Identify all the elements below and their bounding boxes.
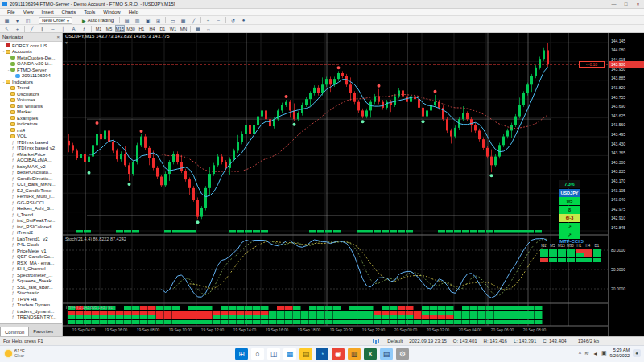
market-watch-toggle-icon[interactable]: ▤ bbox=[122, 17, 131, 24]
navigator-item-oscillators[interactable]: Oscillators bbox=[0, 91, 62, 97]
grid-toggle-icon[interactable]: ▦ bbox=[193, 25, 202, 32]
navigator-item-shi-channel[interactable]: ƒSHI_Channel bbox=[0, 266, 62, 273]
navigator-item-babymax-v2[interactable]: ƒbabyMAX_v2 bbox=[0, 163, 62, 170]
one-click-trading-toggle[interactable]: ▼ bbox=[64, 40, 68, 45]
taskbar-icon-metatrader[interactable]: ▥ bbox=[348, 348, 361, 360]
navigator-item--tdi-rsx-based[interactable]: ƒ!TDI rsx based bbox=[0, 139, 62, 146]
close-button[interactable]: × bbox=[632, 0, 644, 9]
taskbar-icon-settings[interactable]: ⚙ bbox=[396, 348, 409, 360]
navigator-item-forex-com-us[interactable]: FOREX.com US bbox=[0, 43, 62, 49]
clock-widget[interactable]: 5:29 AM 9/20/2022 bbox=[610, 348, 630, 359]
navigator-item-ind-dsipeaktro-[interactable]: ƒind_DsiPeakTro... bbox=[0, 218, 62, 224]
navigator-item-thv4-ha[interactable]: ƒTHV4 Ha bbox=[0, 296, 62, 302]
navigator-item--tdi-rsx-based-v2[interactable]: ƒ!TDI rsx based v2 bbox=[0, 146, 62, 152]
taskbar-icon-notepad[interactable]: ▤ bbox=[380, 348, 393, 360]
profiles-icon[interactable]: ◫ bbox=[23, 17, 32, 24]
navigator-item-itrend2[interactable]: ƒiTrend2 bbox=[0, 230, 62, 237]
strategy-tester-icon[interactable]: ⊞ bbox=[154, 17, 163, 24]
volume-icon[interactable]: ◄ bbox=[592, 351, 598, 356]
navigator-close-icon[interactable]: × bbox=[56, 35, 60, 39]
timeframe-m15[interactable]: M15 bbox=[115, 25, 126, 32]
menu-window[interactable]: Window bbox=[99, 9, 124, 16]
taskbar-icon-search[interactable]: ○ bbox=[251, 348, 264, 360]
navigator-item-market[interactable]: Market bbox=[0, 109, 62, 116]
timeframe-d1[interactable]: D1 bbox=[158, 25, 167, 32]
timeframe-w1[interactable]: W1 bbox=[168, 25, 178, 32]
taskbar-icon-edge[interactable]: ◔ bbox=[316, 348, 328, 360]
navigator-item-mt4[interactable]: mt4 bbox=[0, 127, 62, 134]
trendline-tool-icon[interactable]: ╱ bbox=[27, 25, 36, 32]
menu-insert[interactable]: Insert bbox=[38, 9, 58, 16]
text-tool-icon[interactable]: A bbox=[69, 25, 78, 32]
channel-tool-icon[interactable]: ∥ bbox=[38, 25, 47, 32]
menu-view[interactable]: View bbox=[19, 9, 38, 16]
timeframe-m30[interactable]: M30 bbox=[126, 25, 136, 32]
timeframe-m5[interactable]: M5 bbox=[105, 25, 114, 32]
navigator-item-candledirectio-[interactable]: ƒCandleDirectio... bbox=[0, 175, 62, 182]
navigator-item-pricemete-v1[interactable]: ƒPriceMete_v1 bbox=[0, 248, 62, 254]
navigator-item-oanda-v20-li-[interactable]: OANDA-v20 Li... bbox=[0, 61, 62, 68]
price-scale[interactable]: 144.145144.080144.015143.950143.885143.8… bbox=[608, 33, 644, 336]
navigator-toggle-icon[interactable]: ▥ bbox=[133, 17, 142, 24]
chart-shift-toggle-icon[interactable]: ↔ bbox=[204, 25, 213, 32]
chart-area[interactable]: USDJPY,M15 143.773 143.833 143.673 143.7… bbox=[63, 33, 608, 336]
tray-chevron-icon[interactable]: ^ bbox=[579, 351, 581, 356]
navigator-item-traders-dynami-[interactable]: ƒtraders_dynami... bbox=[0, 308, 62, 315]
chart-line-mode-icon[interactable]: ╱ bbox=[189, 17, 198, 24]
record-icon[interactable]: ● bbox=[239, 17, 248, 24]
navigator-item-cci-bars-mkn-[interactable]: ƒCCI_Bars_MKN... bbox=[0, 182, 62, 188]
navigator-item-volumes[interactable]: Volumes bbox=[0, 97, 62, 104]
navigator-item-p4l-clock[interactable]: ƒP4L Clock bbox=[0, 242, 62, 249]
navigator-item--marketprice[interactable]: ƒ#MarketPrice bbox=[0, 151, 62, 158]
notification-icon[interactable]: ● bbox=[633, 349, 641, 357]
network-icon[interactable]: ▣ bbox=[601, 350, 607, 356]
navigator-item-examples[interactable]: Examples bbox=[0, 115, 62, 121]
new-chart-icon[interactable]: ▦ bbox=[2, 17, 11, 24]
chart-list-dropdown-icon[interactable]: ▾ bbox=[13, 17, 22, 24]
navigator-item-20911136394[interactable]: 20911136394 bbox=[0, 73, 62, 80]
navigator-item-ind-rsicolored-[interactable]: ƒind_RSIColored... bbox=[0, 224, 62, 230]
navigator-tab-favorites[interactable]: Favorites bbox=[29, 327, 57, 336]
navigator-item-trendsentry-[interactable]: ƒTRENDSENTRY... bbox=[0, 315, 62, 321]
terminal-toggle-icon[interactable]: ▣ bbox=[143, 17, 152, 24]
timeframe-m1[interactable]: M1 bbox=[94, 25, 104, 32]
navigator-item-rsx-ma-ema-[interactable]: ƒRSX_MA - ema... bbox=[0, 260, 62, 266]
menu-tools[interactable]: Tools bbox=[80, 9, 99, 16]
zoom-in-icon[interactable]: + bbox=[204, 17, 213, 24]
timeframe-h1[interactable]: H1 bbox=[137, 25, 147, 32]
navigator-item-squeeze-break-[interactable]: ƒSqueeze_Break... bbox=[0, 278, 62, 285]
taskbar-icon-file-explorer[interactable]: ▤ bbox=[299, 348, 312, 360]
navigator-item-vol[interactable]: VOL bbox=[0, 134, 62, 140]
profile-name[interactable]: Default bbox=[387, 339, 402, 343]
taskbar-icon-excel[interactable]: X bbox=[364, 348, 377, 360]
navigator-item-bill-williams[interactable]: Bill Williams bbox=[0, 103, 62, 109]
navigator-item-metaquotes-de-[interactable]: MetaQuotes-De... bbox=[0, 55, 62, 61]
navigator-item-i-trend[interactable]: ƒi_Trend bbox=[0, 212, 62, 218]
taskbar-icon-task-view[interactable]: ◫ bbox=[267, 348, 280, 360]
menu-help[interactable]: Help bbox=[125, 9, 142, 16]
navigator-item-labtrend1-v2[interactable]: ƒLabTrend1_v2 bbox=[0, 236, 62, 242]
candlestick-chart[interactable] bbox=[63, 33, 608, 336]
cursor-tool-icon[interactable]: ↖ bbox=[2, 25, 11, 32]
navigator-item-qef-candleco-[interactable]: ƒQEF-CandleCo... bbox=[0, 254, 62, 261]
menu-charts[interactable]: Charts bbox=[58, 9, 80, 16]
navigator-item-gg-rsi-cci[interactable]: ƒGG-RSI-CCI bbox=[0, 200, 62, 206]
vertical-line-tool-icon[interactable]: │ bbox=[59, 25, 68, 32]
new-order-button[interactable]: New Order▾ bbox=[39, 17, 72, 24]
autotrading-toggle[interactable]: ▶AutoTrading bbox=[80, 17, 116, 24]
navigator-item-indicators[interactable]: indicators bbox=[0, 121, 62, 128]
navigator-item-heiken-ashi-s-[interactable]: ƒHeiken_Ashi_S... bbox=[0, 206, 62, 212]
navigator-item-ferrufx-multi-i-[interactable]: ƒFerruFx_Multi_i... bbox=[0, 194, 62, 200]
chart-bars-mode-icon[interactable]: ▭ bbox=[168, 17, 177, 24]
taskbar-weather-widget[interactable]: 61°F Clear bbox=[5, 348, 25, 358]
indicators-dropdown-icon[interactable]: ƒ bbox=[80, 25, 89, 32]
navigator-item-ssl-fast-sbar-[interactable]: ƒSSL_fast_sBar... bbox=[0, 284, 62, 290]
chart-candles-mode-icon[interactable]: ▦ bbox=[179, 17, 188, 24]
navigator-item-accibalcma-[interactable]: ƒACCIBALcMA... bbox=[0, 158, 62, 164]
wifi-icon[interactable]: ≋ bbox=[584, 350, 589, 356]
navigator-item-spectrometer-[interactable]: ƒSpectrometer_... bbox=[0, 272, 62, 278]
horizontal-line-tool-icon[interactable]: ─ bbox=[48, 25, 57, 32]
timeframe-mn[interactable]: MN bbox=[179, 25, 188, 32]
taskbar-icon-widgets[interactable]: ▦ bbox=[283, 348, 296, 360]
timeframe-h4[interactable]: H4 bbox=[147, 25, 157, 32]
